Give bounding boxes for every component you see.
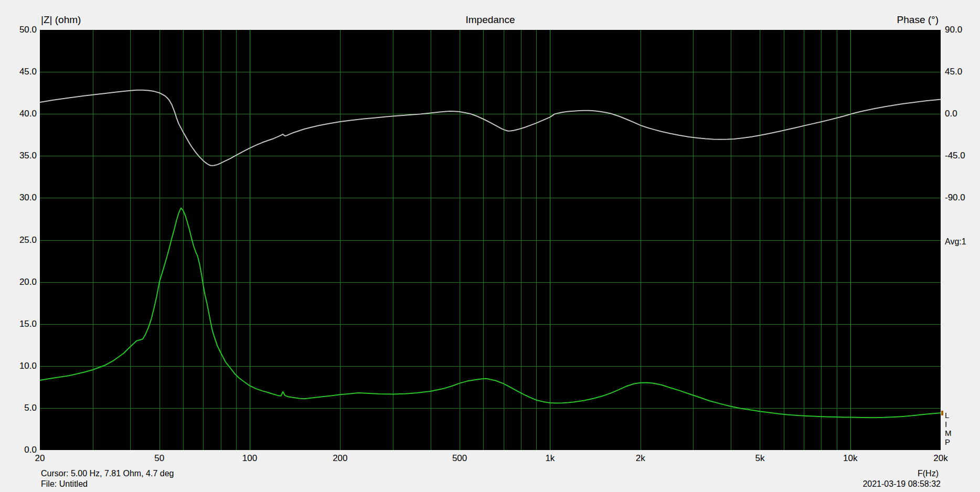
x-tick-label: 20 bbox=[19, 453, 61, 464]
x-tick-label: 5k bbox=[739, 453, 781, 464]
right-tick-label: -90.0 bbox=[945, 192, 979, 203]
left-tick-label: 5.0 bbox=[0, 403, 37, 413]
right-axis-title: Phase (°) bbox=[783, 14, 939, 26]
x-tick-label: 50 bbox=[139, 453, 180, 464]
x-axis-title: F(Hz) bbox=[781, 469, 939, 478]
left-tick-label: 30.0 bbox=[0, 192, 37, 203]
left-tick-label: 50.0 bbox=[0, 25, 37, 35]
plot-area[interactable] bbox=[40, 30, 941, 450]
limp-legend-letter: L bbox=[945, 411, 952, 420]
x-tick-label: 2k bbox=[620, 453, 662, 464]
cursor-readout: Cursor: 5.00 Hz, 7.81 Ohm, 4.7 deg bbox=[41, 469, 174, 478]
limp-legend-letter: M bbox=[945, 429, 952, 437]
curve-end-marker bbox=[941, 411, 943, 415]
x-tick-label: 100 bbox=[229, 453, 271, 464]
chart-canvas bbox=[40, 30, 941, 450]
limp-legend-letter: P bbox=[945, 437, 952, 446]
impedance-curve bbox=[40, 208, 941, 418]
x-tick-label: 10k bbox=[829, 453, 871, 464]
file-name: File: Untitled bbox=[41, 479, 88, 489]
right-tick-label: 0.0 bbox=[945, 109, 979, 119]
right-tick-label: 90.0 bbox=[945, 25, 979, 35]
left-tick-label: 35.0 bbox=[0, 151, 37, 161]
right-tick-label: -45.0 bbox=[945, 151, 979, 161]
x-tick-label: 20k bbox=[920, 453, 962, 464]
left-tick-label: 40.0 bbox=[0, 109, 37, 119]
limp-legend: LIMP bbox=[945, 411, 952, 446]
timestamp: 2021-03-19 08:58:32 bbox=[781, 479, 941, 489]
left-tick-label: 20.0 bbox=[0, 277, 37, 287]
phase-curve bbox=[40, 90, 941, 166]
left-tick-label: 10.0 bbox=[0, 361, 37, 371]
x-tick-label: 200 bbox=[319, 453, 361, 464]
right-tick-label: 45.0 bbox=[945, 67, 979, 77]
avg-indicator: Avg:1 bbox=[945, 237, 966, 247]
limp-impedance-window: |Z| (ohm) Impedance Phase (°) 50.045.040… bbox=[0, 0, 980, 492]
x-tick-label: 500 bbox=[439, 453, 481, 464]
x-tick-label: 1k bbox=[529, 453, 571, 464]
limp-legend-letter: I bbox=[945, 420, 952, 429]
left-tick-label: 45.0 bbox=[0, 67, 37, 77]
left-tick-label: 15.0 bbox=[0, 319, 37, 329]
left-tick-label: 25.0 bbox=[0, 235, 37, 245]
